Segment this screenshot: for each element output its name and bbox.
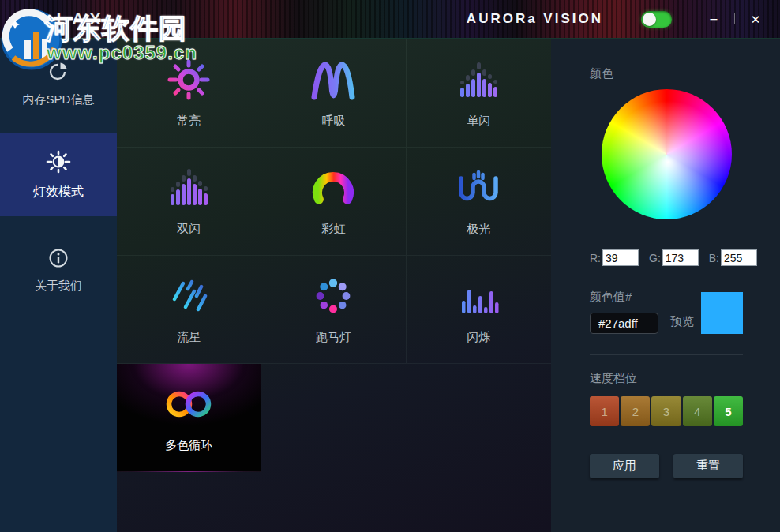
sidebar-item-lighting-mode[interactable]: 灯效模式 — [0, 133, 117, 216]
color-section-title: 颜色 — [590, 66, 743, 81]
red-input[interactable] — [602, 249, 639, 266]
rainbow-arc-icon — [310, 166, 356, 210]
mode-rainbow[interactable]: 彩虹 — [261, 148, 406, 256]
speed-level-3[interactable]: 3 — [651, 396, 681, 426]
meteor-icon — [164, 274, 213, 318]
sidebar-item-about-us[interactable]: 关于我们 — [0, 235, 117, 305]
mode-label: 流星 — [177, 330, 201, 345]
mode-label: 跑马灯 — [316, 330, 351, 345]
titlebar-controls: AURORa VISION – ✕ — [467, 11, 766, 28]
speed-level-2[interactable]: 2 — [621, 396, 650, 426]
panel-divider — [590, 354, 743, 355]
mode-label: 闪烁 — [467, 330, 490, 345]
infinity-loop-icon — [166, 382, 212, 426]
speed-level-5[interactable]: 5 — [714, 396, 743, 426]
window-controls-divider — [734, 13, 735, 24]
mode-steady[interactable]: 常亮 — [117, 39, 261, 148]
mode-label: 彩虹 — [321, 222, 345, 237]
action-buttons-row: 应用 重置 — [590, 454, 743, 478]
speed-level-row: 1 2 3 4 5 — [590, 396, 743, 426]
mode-double-flash[interactable]: 双闪 — [117, 148, 261, 256]
breathing-wave-icon — [308, 58, 358, 102]
hex-row: 颜色值# 预览 — [590, 290, 743, 334]
sidebar-item-label: 内存SPD信息 — [23, 92, 95, 107]
mode-label: 常亮 — [177, 114, 201, 129]
steady-sun-icon — [166, 58, 212, 102]
pie-chart-icon — [47, 60, 70, 84]
dot-spinner-icon — [310, 274, 356, 318]
blue-label: B: — [709, 252, 719, 264]
speed-level-4[interactable]: 4 — [683, 396, 712, 426]
led-power-toggle[interactable] — [641, 11, 672, 28]
preview-label: 预览 — [670, 314, 694, 329]
toggle-knob-icon — [643, 13, 656, 26]
mode-label: 极光 — [467, 222, 490, 237]
titlebar: GALAX AURORa VISION – ✕ — [0, 0, 780, 38]
color-panel: 颜色 R: G: B: 颜色值# — [551, 39, 780, 532]
mode-color-cycle[interactable]: 多色循环 — [117, 364, 261, 472]
hex-label: 颜色值# — [590, 290, 658, 305]
mode-flicker[interactable]: 闪烁 — [407, 256, 551, 364]
lighting-mode-grid: 常亮 呼吸 — [117, 39, 551, 532]
hex-input[interactable] — [590, 313, 658, 334]
color-wheel[interactable] — [602, 89, 732, 219]
speed-section-title: 速度档位 — [590, 371, 743, 386]
reset-button[interactable]: 重置 — [673, 454, 743, 478]
sidebar-item-label: 灯效模式 — [33, 184, 84, 200]
mode-breathing[interactable]: 呼吸 — [261, 39, 406, 148]
app-title: AURORa VISION — [467, 11, 603, 27]
mode-meteor[interactable]: 流星 — [117, 256, 261, 364]
color-preview-swatch — [701, 292, 743, 334]
mode-single-flash[interactable]: 单闪 — [407, 39, 551, 148]
single-flash-bars-icon — [456, 58, 501, 102]
sidebar-item-memory-spd[interactable]: 内存SPD信息 — [0, 47, 117, 120]
double-flash-bars-icon — [166, 166, 212, 210]
main-content: 内存SPD信息 灯效模式 — [0, 38, 780, 532]
green-label: G: — [649, 252, 661, 264]
apply-button[interactable]: 应用 — [590, 454, 659, 478]
close-button[interactable]: ✕ — [745, 13, 766, 25]
sidebar-item-label: 关于我们 — [35, 279, 82, 294]
mode-label: 多色循环 — [165, 438, 212, 453]
minimize-button[interactable]: – — [703, 13, 724, 25]
brightness-icon — [45, 148, 72, 175]
speed-level-1[interactable]: 1 — [590, 396, 619, 426]
mode-aurora[interactable]: 极光 — [407, 148, 551, 256]
mode-label: 呼吸 — [321, 114, 345, 129]
info-icon — [47, 246, 70, 270]
mode-label: 单闪 — [467, 114, 490, 129]
app-window: GALAX AURORa VISION – ✕ 内存SPD信息 — [0, 0, 780, 532]
aurora-wave-icon — [454, 166, 503, 210]
mode-marquee[interactable]: 跑马灯 — [261, 256, 406, 364]
rgb-inputs-row: R: G: B: — [590, 249, 743, 266]
mode-label: 双闪 — [177, 222, 201, 237]
brand-logo: GALAX — [21, 9, 107, 28]
sidebar: 内存SPD信息 灯效模式 — [0, 39, 117, 532]
flicker-bars-icon — [456, 274, 501, 318]
red-label: R: — [590, 252, 601, 264]
blue-input[interactable] — [721, 249, 757, 266]
green-input[interactable] — [662, 249, 699, 266]
